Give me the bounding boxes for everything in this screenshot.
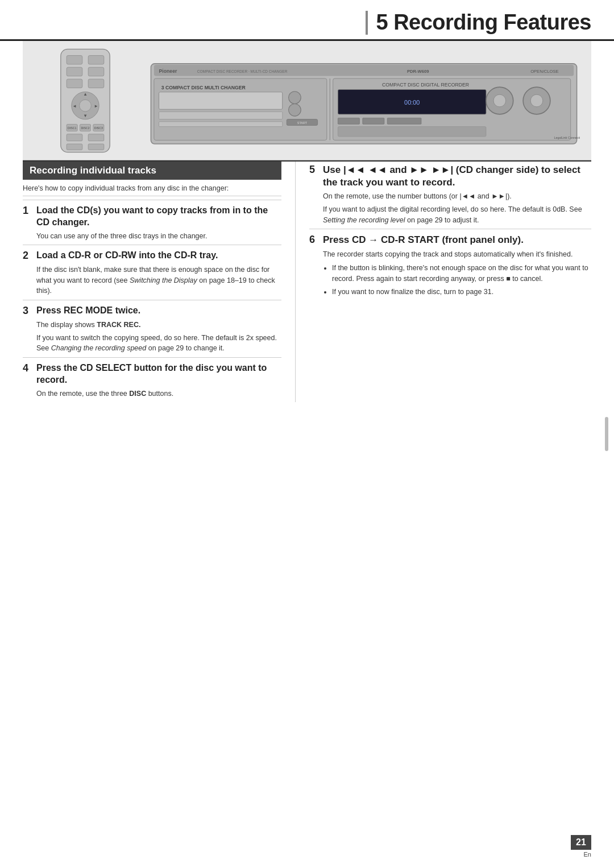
step-2: 2 Load a CD-R or CD-RW into the CD-R tra… [23, 245, 281, 300]
step-5-title: Use |◄◄ ◄◄ and ►► ►►| (CD changer side) … [323, 164, 591, 189]
svg-rect-50 [338, 126, 486, 136]
step-5: 5 Use |◄◄ ◄◄ and ►► ►►| (CD changer side… [309, 162, 591, 229]
title-accent [366, 11, 368, 35]
step-4: 4 Press the CD SELECT button for the dis… [23, 357, 281, 402]
svg-text:▲: ▲ [83, 92, 88, 97]
step-4-number: 4 [23, 362, 33, 375]
right-column: 5 Use |◄◄ ◄◄ and ►► ►►| (CD changer side… [296, 162, 591, 402]
step-3-title: Press REC MODE twice. [36, 305, 140, 317]
svg-text:COMPACT DISC DIGITAL RECORDER: COMPACT DISC DIGITAL RECORDER [382, 82, 469, 88]
step-6: 6 Press CD → CD-R START (front panel onl… [309, 229, 591, 303]
step-3: 3 Press REC MODE twice. The display show… [23, 300, 281, 357]
section-intro: Here's how to copy individual tracks fro… [23, 184, 281, 196]
svg-rect-4 [88, 67, 104, 76]
step-6-bullets: If the button is blinking, there's not e… [323, 263, 591, 297]
svg-rect-33 [159, 121, 283, 126]
step-2-number: 2 [23, 250, 33, 262]
svg-rect-1 [67, 55, 82, 64]
svg-text:DISC1: DISC1 [68, 126, 76, 130]
step-2-body: If the disc isn't blank, make sure that … [23, 264, 281, 296]
step-5-number: 5 [309, 164, 320, 176]
title-text: Recording Features [393, 10, 591, 34]
svg-rect-32 [159, 111, 283, 119]
step-2-heading: 2 Load a CD-R or CD-RW into the CD-R tra… [23, 250, 281, 262]
main-device-image: Pioneer COMPACT DISC RECORDER · MULTI-CD… [148, 47, 580, 155]
svg-rect-22 [88, 144, 104, 150]
svg-text:DISC3: DISC3 [94, 126, 103, 130]
step-4-title: Press the CD SELECT button for the disc … [36, 362, 281, 386]
svg-rect-49 [387, 118, 421, 124]
title-number: 5 [376, 10, 388, 34]
step-6-number: 6 [309, 234, 320, 246]
svg-text:PDR-W609: PDR-W609 [407, 69, 429, 74]
step-4-body: On the remote, use the three DISC button… [23, 388, 281, 399]
step-1-number: 1 [23, 205, 33, 217]
step-6-title: Press CD → CD-R START (front panel only)… [323, 234, 524, 246]
svg-point-34 [289, 91, 301, 104]
svg-rect-31 [159, 92, 283, 109]
svg-rect-5 [67, 79, 82, 88]
svg-text:COMPACT DISC RECORDER · MULTI-: COMPACT DISC RECORDER · MULTI-CD CHANGER [197, 69, 288, 73]
svg-text:START: START [297, 121, 308, 125]
page-header: 5 Recording Features [0, 0, 614, 41]
step-3-heading: 3 Press REC MODE twice. [23, 305, 281, 317]
step-3-body: The display shows TRACK REC. If you want… [23, 320, 281, 354]
svg-point-8 [80, 100, 92, 111]
svg-text:00:00: 00:00 [404, 98, 420, 105]
svg-rect-20 [88, 134, 104, 140]
device-image-area: ▲ ▼ ◄ ► DISC1 DISC2 DISC3 Pioneer COMPAC… [23, 41, 591, 160]
step-1-heading: 1 Load the CD(s) you want to copy tracks… [23, 205, 281, 229]
bullet-1: If the button is blinking, there's not e… [332, 263, 591, 284]
svg-point-35 [289, 104, 301, 116]
left-column: Recording individual tracks Here's how t… [23, 162, 296, 402]
svg-rect-21 [67, 144, 82, 150]
remote-control-image: ▲ ▼ ◄ ► DISC1 DISC2 DISC3 [34, 47, 136, 155]
step-3-number: 3 [23, 305, 33, 317]
step-1: 1 Load the CD(s) you want to copy tracks… [23, 200, 281, 245]
svg-point-46 [530, 94, 543, 107]
svg-text:LegalLink Connection: LegalLink Connection [554, 136, 580, 139]
svg-text:DISC2: DISC2 [81, 126, 89, 130]
step-1-title: Load the CD(s) you want to copy tracks f… [36, 205, 281, 229]
svg-rect-6 [88, 79, 104, 88]
svg-text:►: ► [94, 104, 98, 109]
svg-text:3 COMPACT DISC MULTI CHANGER: 3 COMPACT DISC MULTI CHANGER [161, 85, 246, 90]
page-lang: En [584, 851, 591, 858]
svg-rect-3 [67, 67, 82, 76]
step-1-body: You can use any of the three disc trays … [23, 231, 281, 242]
svg-text:◄: ◄ [72, 104, 77, 109]
step-4-heading: 4 Press the CD SELECT button for the dis… [23, 362, 281, 386]
step-6-body: The recorder starts copying the track an… [309, 249, 591, 297]
page-title: 5 Recording Features [376, 10, 591, 35]
svg-rect-2 [88, 55, 104, 64]
svg-text:Pioneer: Pioneer [159, 68, 177, 74]
page-number-area: 21 En [571, 835, 591, 858]
content-area: Recording individual tracks Here's how t… [23, 162, 591, 402]
svg-text:OPEN/CLOSE: OPEN/CLOSE [530, 69, 558, 74]
svg-rect-19 [67, 134, 82, 140]
section-heading: Recording individual tracks [23, 162, 281, 180]
scrollbar-indicator [605, 417, 608, 451]
svg-point-44 [493, 94, 506, 107]
svg-rect-47 [338, 118, 359, 124]
svg-rect-48 [363, 118, 384, 124]
svg-text:▼: ▼ [83, 113, 88, 118]
page-number: 21 [571, 835, 591, 850]
bullet-2: If you want to now finalize the disc, tu… [332, 287, 591, 297]
step-5-body: On the remote, use the number buttons (o… [309, 191, 591, 225]
step-5-heading: 5 Use |◄◄ ◄◄ and ►► ►►| (CD changer side… [309, 164, 591, 189]
step-6-heading: 6 Press CD → CD-R START (front panel onl… [309, 234, 591, 246]
step-2-title: Load a CD-R or CD-RW into the CD-R tray. [36, 250, 218, 262]
